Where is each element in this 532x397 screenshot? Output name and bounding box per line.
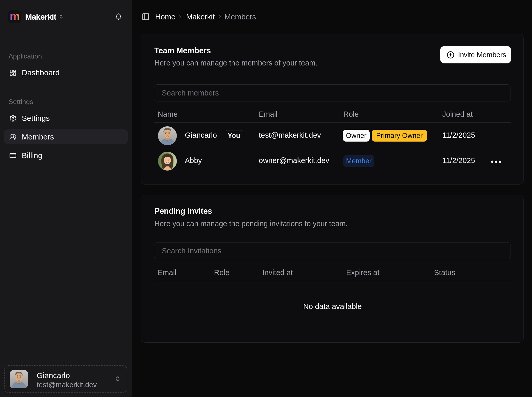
svg-text:m: m [10, 10, 20, 23]
